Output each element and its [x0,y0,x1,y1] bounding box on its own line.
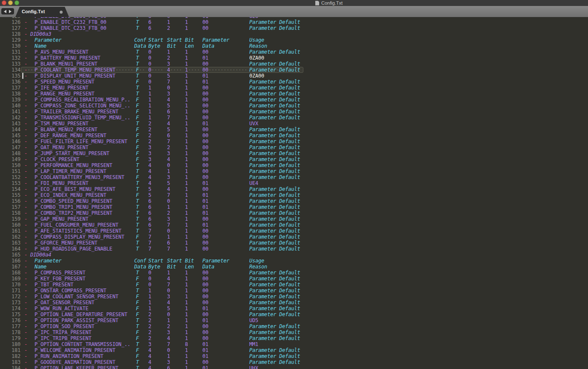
bit-len: 1 [184,288,202,294]
code-line[interactable]: 144-P_BLANK_MENU2_PRESENTF25100Parameter… [0,127,588,133]
code-line[interactable]: 177-P_OPTION_SOD_PRESENTT22100Parameter … [0,323,588,329]
code-line[interactable]: 181-P_WELCOME_ANIMATION_PRESENTF40101Par… [0,347,588,353]
code-line[interactable]: 127-P_ENABLE_DTC_C233_FTB_00T62100Parame… [0,25,588,31]
column-header: Parameter [35,258,134,264]
code-line[interactable]: 172-P_LOW_COOLANT_SENSOR_PRESENTF13100Pa… [0,294,588,300]
param-data: 00 [202,288,249,294]
list-dash: - [22,210,35,216]
code-line[interactable]: 157-P_COMBO_TRIP1_MENU_PRESENTT61101Para… [0,204,588,210]
code-line[interactable]: 141-P_TRAILER_BRAKE_MENU_PRESENTF16100Pa… [0,109,588,115]
code-line-section[interactable]: 165-DID00a4 [0,252,588,258]
code-line[interactable]: 158-P_COMBO_TRIP2_MENU_PRESENTT62101Para… [0,210,588,216]
line-number: 133 [0,61,22,67]
code-line[interactable]: 178-P_IPC_TRIPA_PRESENTF23100Parameter D… [0,329,588,335]
code-line[interactable]: 162-P_COMPASS_DISPLAY_MENU_PRESENTF71100… [0,234,588,240]
line-number: 174 [0,306,22,311]
param-name: P_OPTION_CONTENT_TRANSMISSION_.. [35,341,134,347]
line-number: 129 [0,37,22,43]
code-line[interactable]: 167-NameDataByteBitLenDataReason [0,264,588,270]
start-byte: 3 [147,341,166,347]
usage-reason: Parameter Default [249,85,588,91]
list-dash: - [22,61,35,67]
code-line[interactable]: 183-P_GOODBYE_ANIMATION_PRESENTT43100Par… [0,359,588,365]
line-number: 182 [0,353,22,359]
usage-reason: Parameter Default [249,353,588,359]
code-line[interactable]: 163-P_GFORCE_MENU_PRESENTT76100Parameter… [0,240,588,246]
code-line[interactable]: 184-P_OPTION_LANE_KEEPER_PRESENTT46101UH… [0,365,588,369]
list-dash: - [22,264,35,270]
code-line[interactable]: 131-P_AVS_MENU_PRESENTT01100Parameter De… [0,49,588,55]
list-dash: - [22,329,35,335]
code-line[interactable]: 154-P_ECO_AFE_BEST_MENU_PRESENTT54100Par… [0,186,588,192]
code-line[interactable]: 151-P_LAP_TIMER_MENU_PRESENTT41100Parame… [0,168,588,174]
code-line[interactable]: 168-P_COMPASS_PRESENTT01100Parameter Def… [0,270,588,276]
code-line[interactable]: 139-P_COMPASS_RECALIBRATION_MENU_P..F141… [0,97,588,103]
code-line[interactable]: 170-P_TBT_PRESENTF07100Parameter Default [0,282,588,288]
tab-config-txt[interactable]: Config.Txt [15,7,69,17]
code-line[interactable]: 164-P_HUD_ROADSIGN_PAGE_ENABLET77100Para… [0,246,588,252]
column-header: Byte [147,264,166,270]
code-line[interactable]: 149-P_CLOCK_PRESENTF34100Parameter Defau… [0,156,588,162]
code-line[interactable]: 173-P_OAT_SENSOR_PRESENTF14100Parameter … [0,300,588,306]
code-line[interactable]: 152-P_COOLANTBATTERY_MENU3_PRESENTF43100… [0,174,588,180]
code-line[interactable]: 153-P_FDI_MENU_PRESENTT45101UE4 [0,180,588,186]
code-line[interactable]: 179-P_IPC_TRIPB_PRESENTF24100Parameter D… [0,335,588,341]
code-line[interactable]: 150-P_PERFORMANCE_MENU_PRESENTT40100Para… [0,162,588,168]
code-line[interactable]: 146-P_FUEL_FILTER_LIFE_MENU_PRESENTF2710… [0,138,588,144]
param-data: 00 [202,127,249,133]
start-byte: 1 [147,91,166,97]
code-line[interactable]: 135-P_DISPLAY_UNIT_MENU_PRESENTT051010ZA… [0,73,588,79]
code-line[interactable]: 142-P_TRANSMISSIONFLUID_TEMP_MENU_..F171… [0,115,588,121]
code-line[interactable]: 137-P_IFE_MENU_PRESENTT10100Parameter De… [0,85,588,91]
code-line[interactable]: 143-P_TSM_MENU_PRESENTT24101UVX [0,121,588,127]
code-line[interactable]: 180-P_OPTION_CONTENT_TRANSMISSION_..T378… [0,341,588,347]
code-line[interactable]: 133-P_BLANK_MENU1_PRESENTT03100Parameter… [0,61,588,67]
bit-len: 1 [184,186,202,192]
param-name: P_OPTION_LANE_KEEPER_PRESENT [35,365,134,369]
bit-len: 1 [184,168,202,174]
conf-data: F [134,79,147,85]
code-line[interactable]: 169-P_KEY_FOB_PRESENTF04100Parameter Def… [0,276,588,282]
list-dash: - [22,138,35,144]
code-line[interactable]: 134-···P_COOLANT_TEMP_MENU_PRESENT······… [0,67,588,73]
start-byte: 1 [147,109,166,115]
code-line[interactable]: 182-P_RUN_ANIMATION_PRESENTF41101Paramet… [0,353,588,359]
conf-data: T [134,317,147,323]
column-header: Data [134,264,147,270]
zoom-button[interactable] [14,0,19,5]
code-line[interactable]: 129-ParameterConfStartStartBitParameterU… [0,37,588,43]
editor-pane[interactable]: 125-P_ENABLE_DTC_C231_FTB_00T60101U2U126… [0,17,588,369]
code-line[interactable]: 175-P_OPTION_LANE_DEPARTURE_PRESENTF2010… [0,311,588,317]
forward-icon[interactable] [9,10,12,13]
code-line[interactable]: 176-P_OPTION_PARK_ASSIST_PRESENTT21101UD… [0,317,588,323]
code-line[interactable]: 166-ParameterConfStartStartBitParameterU… [0,258,588,264]
code-line-section[interactable]: 128-DID00a3 [0,31,588,37]
conf-data: F [134,347,147,353]
param-data: 01 [202,204,249,210]
param-data: 01 [202,317,249,323]
code-line[interactable]: 138-P_RANGE_MENU_PRESENTT13100Parameter … [0,91,588,97]
code-line[interactable]: 140-P_COMPASS_ZONE_SELECTION_MENU_..F151… [0,103,588,109]
code-line[interactable]: 174-P_WOW_RUN_ACTIVATEF15101Parameter De… [0,306,588,311]
code-line[interactable]: 160-P_FUEL_CONSUMER_MENU_PRESENTT67101Pa… [0,222,588,228]
param-name: P_DEF_RANGE_MENU_PRESENT [35,133,134,138]
code-line[interactable]: 161-P_AFE_STATISTICS_MENU_PRESENTT70100P… [0,228,588,234]
bit-len: 1 [184,228,202,234]
code-line[interactable]: 147-P_OAT_MENU_PRESENTF32100Parameter De… [0,144,588,150]
code-line[interactable]: 171-P_ONSTAR_COMPASS_PRESENTT10100Parame… [0,288,588,294]
code-line[interactable]: 159-P_GAP_MENU_PRESENTT63100Parameter De… [0,216,588,222]
code-line[interactable]: 132-P_BATTERY_MENU_PRESENTT021010ZA00 [0,55,588,61]
code-line[interactable]: 136-P_SPEED_MENU_PRESENTF07101Parameter … [0,79,588,85]
code-line[interactable]: 145-P_DEF_RANGE_MENU_PRESENTF26100Parame… [0,133,588,138]
param-data: 00 [202,162,249,168]
back-icon[interactable] [4,10,6,13]
code-line[interactable]: 156-P_COMBO_SPEED_MENU_PRESENTT60101Para… [0,198,588,204]
code-line[interactable]: 126-P_ENABLE_DTC_C232_FTB_00T61100Parame… [0,19,588,25]
code-line[interactable]: 155-P_ECO_INDEX_MENU_PRESENTF57101Parame… [0,192,588,198]
code-line[interactable]: 130-NameDataByteBitLenDataReason [0,43,588,49]
minimize-button[interactable] [8,0,13,5]
line-number: 157 [0,204,22,210]
start-byte: 1 [147,288,166,294]
close-button[interactable] [2,0,6,5]
code-line[interactable]: 148-P_JUMP_START_MENU_PRESENTF33100Param… [0,150,588,156]
